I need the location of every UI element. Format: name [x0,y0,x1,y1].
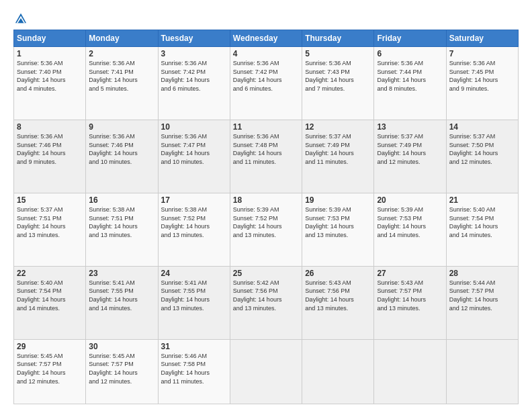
page: SundayMondayTuesdayWednesdayThursdayFrid… [0,0,532,411]
cell-text: Sunrise: 5:38 AMSunset: 7:52 PMDaylight:… [161,205,227,239]
cell-text: Sunrise: 5:43 AMSunset: 7:56 PMDaylight:… [305,279,371,312]
calendar-cell: 1Sunrise: 5:36 AMSunset: 7:40 PMDaylight… [14,47,86,120]
calendar-cell: 16Sunrise: 5:38 AMSunset: 7:51 PMDayligh… [86,193,158,266]
calendar-cell: 27Sunrise: 5:43 AMSunset: 7:57 PMDayligh… [374,266,446,339]
day-number: 28 [449,269,515,278]
calendar-cell: 31Sunrise: 5:46 AMSunset: 7:58 PMDayligh… [158,339,230,404]
cell-text: Sunrise: 5:39 AMSunset: 7:52 PMDaylight:… [233,205,299,239]
calendar-cell: 19Sunrise: 5:39 AMSunset: 7:53 PMDayligh… [302,193,374,266]
calendar-cell: 17Sunrise: 5:38 AMSunset: 7:52 PMDayligh… [158,193,230,266]
cell-text: Sunrise: 5:41 AMSunset: 7:55 PMDaylight:… [89,279,154,312]
day-number: 24 [161,269,227,278]
day-number: 22 [17,269,83,278]
calendar-week-2: 8Sunrise: 5:36 AMSunset: 7:46 PMDaylight… [14,120,519,193]
day-number: 26 [305,269,371,278]
cell-text: Sunrise: 5:44 AMSunset: 7:57 PMDaylight:… [449,279,515,312]
day-number: 3 [161,49,227,58]
day-number: 13 [377,122,443,132]
calendar-cell: 22Sunrise: 5:40 AMSunset: 7:54 PMDayligh… [14,266,86,339]
calendar-cell [230,339,302,404]
cell-text: Sunrise: 5:36 AMSunset: 7:42 PMDaylight:… [161,59,227,93]
day-number: 2 [89,49,154,58]
logo-icon [15,12,27,24]
calendar-cell [374,339,446,404]
day-number: 11 [233,122,299,132]
calendar-cell: 5Sunrise: 5:36 AMSunset: 7:43 PMDaylight… [302,47,374,120]
day-number: 21 [449,195,515,205]
day-number: 19 [305,195,371,205]
calendar-cell: 8Sunrise: 5:36 AMSunset: 7:46 PMDaylight… [14,120,86,193]
calendar-cell: 2Sunrise: 5:36 AMSunset: 7:41 PMDaylight… [86,47,158,120]
cell-text: Sunrise: 5:36 AMSunset: 7:47 PMDaylight:… [161,132,227,166]
cell-text: Sunrise: 5:46 AMSunset: 7:58 PMDaylight:… [161,352,227,385]
calendar-cell: 30Sunrise: 5:45 AMSunset: 7:57 PMDayligh… [86,339,158,404]
day-number: 12 [305,122,371,132]
calendar-cell: 10Sunrise: 5:36 AMSunset: 7:47 PMDayligh… [158,120,230,193]
day-number: 29 [17,342,83,351]
day-number: 1 [17,49,83,58]
weekday-header-tuesday: Tuesday [158,30,230,47]
day-number: 10 [161,122,227,132]
cell-text: Sunrise: 5:36 AMSunset: 7:40 PMDaylight:… [17,59,83,93]
cell-text: Sunrise: 5:43 AMSunset: 7:57 PMDaylight:… [377,279,443,312]
weekday-header-saturday: Saturday [446,30,518,47]
calendar-week-3: 15Sunrise: 5:37 AMSunset: 7:51 PMDayligh… [14,193,519,266]
day-number: 6 [377,49,443,58]
cell-text: Sunrise: 5:36 AMSunset: 7:45 PMDaylight:… [449,59,515,93]
cell-text: Sunrise: 5:36 AMSunset: 7:43 PMDaylight:… [305,59,371,93]
calendar-cell: 15Sunrise: 5:37 AMSunset: 7:51 PMDayligh… [14,193,86,266]
header [13,12,519,24]
calendar-cell: 6Sunrise: 5:36 AMSunset: 7:44 PMDaylight… [374,47,446,120]
cell-text: Sunrise: 5:37 AMSunset: 7:51 PMDaylight:… [17,205,83,239]
cell-text: Sunrise: 5:39 AMSunset: 7:53 PMDaylight:… [305,205,371,239]
cell-text: Sunrise: 5:40 AMSunset: 7:54 PMDaylight:… [17,279,83,312]
calendar-week-5: 29Sunrise: 5:45 AMSunset: 7:57 PMDayligh… [14,339,519,404]
day-number: 23 [89,269,154,278]
cell-text: Sunrise: 5:36 AMSunset: 7:42 PMDaylight:… [233,59,299,93]
day-number: 31 [161,342,227,351]
calendar-cell: 29Sunrise: 5:45 AMSunset: 7:57 PMDayligh… [14,339,86,404]
day-number: 17 [161,195,227,205]
cell-text: Sunrise: 5:36 AMSunset: 7:41 PMDaylight:… [89,59,154,93]
calendar-cell: 9Sunrise: 5:36 AMSunset: 7:46 PMDaylight… [86,120,158,193]
day-number: 7 [449,49,515,58]
calendar-cell: 25Sunrise: 5:42 AMSunset: 7:56 PMDayligh… [230,266,302,339]
weekday-header-wednesday: Wednesday [230,30,302,47]
calendar-body: 1Sunrise: 5:36 AMSunset: 7:40 PMDaylight… [14,47,519,404]
day-number: 5 [305,49,371,58]
day-number: 20 [377,195,443,205]
cell-text: Sunrise: 5:41 AMSunset: 7:55 PMDaylight:… [161,279,227,312]
cell-text: Sunrise: 5:36 AMSunset: 7:44 PMDaylight:… [377,59,443,93]
calendar-cell [446,339,518,404]
calendar-week-4: 22Sunrise: 5:40 AMSunset: 7:54 PMDayligh… [14,266,519,339]
calendar-cell: 11Sunrise: 5:36 AMSunset: 7:48 PMDayligh… [230,120,302,193]
calendar-cell: 4Sunrise: 5:36 AMSunset: 7:42 PMDaylight… [230,47,302,120]
calendar-cell: 24Sunrise: 5:41 AMSunset: 7:55 PMDayligh… [158,266,230,339]
cell-text: Sunrise: 5:38 AMSunset: 7:51 PMDaylight:… [89,205,154,239]
cell-text: Sunrise: 5:36 AMSunset: 7:46 PMDaylight:… [17,132,83,166]
calendar-cell: 13Sunrise: 5:37 AMSunset: 7:49 PMDayligh… [374,120,446,193]
weekday-header-thursday: Thursday [302,30,374,47]
day-number: 15 [17,195,83,205]
cell-text: Sunrise: 5:39 AMSunset: 7:53 PMDaylight:… [377,205,443,239]
calendar-cell: 14Sunrise: 5:37 AMSunset: 7:50 PMDayligh… [446,120,518,193]
calendar-cell [302,339,374,404]
calendar-cell: 12Sunrise: 5:37 AMSunset: 7:49 PMDayligh… [302,120,374,193]
cell-text: Sunrise: 5:42 AMSunset: 7:56 PMDaylight:… [233,279,299,312]
cell-text: Sunrise: 5:36 AMSunset: 7:48 PMDaylight:… [233,132,299,166]
cell-text: Sunrise: 5:37 AMSunset: 7:50 PMDaylight:… [449,132,515,166]
day-number: 27 [377,269,443,278]
day-number: 16 [89,195,154,205]
cell-text: Sunrise: 5:45 AMSunset: 7:57 PMDaylight:… [89,352,154,385]
calendar-cell: 18Sunrise: 5:39 AMSunset: 7:52 PMDayligh… [230,193,302,266]
day-number: 9 [89,122,154,132]
calendar-cell: 3Sunrise: 5:36 AMSunset: 7:42 PMDaylight… [158,47,230,120]
day-number: 4 [233,49,299,58]
calendar-cell: 20Sunrise: 5:39 AMSunset: 7:53 PMDayligh… [374,193,446,266]
cell-text: Sunrise: 5:45 AMSunset: 7:57 PMDaylight:… [17,352,83,385]
calendar-cell: 28Sunrise: 5:44 AMSunset: 7:57 PMDayligh… [446,266,518,339]
day-number: 8 [17,122,83,132]
calendar-cell: 21Sunrise: 5:40 AMSunset: 7:54 PMDayligh… [446,193,518,266]
calendar-week-1: 1Sunrise: 5:36 AMSunset: 7:40 PMDaylight… [14,47,519,120]
cell-text: Sunrise: 5:37 AMSunset: 7:49 PMDaylight:… [377,132,443,166]
